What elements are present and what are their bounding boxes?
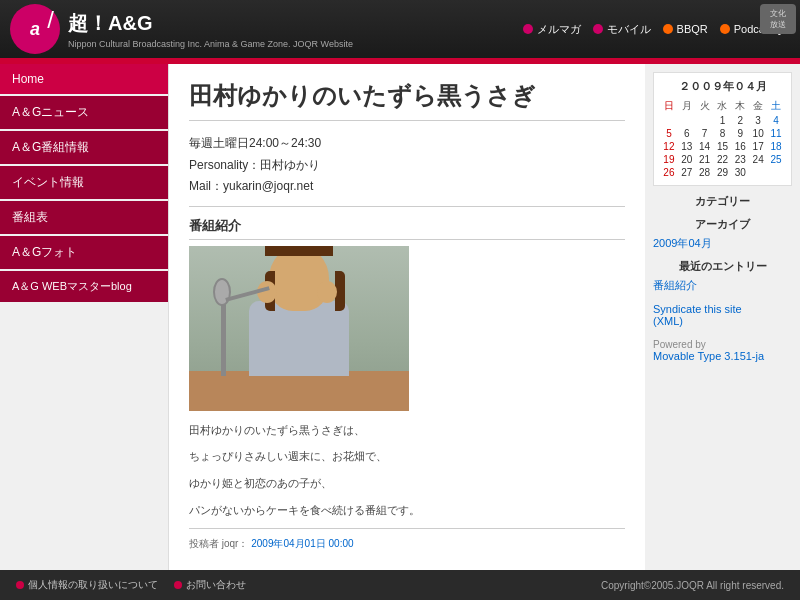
cal-day[interactable]: 8 (714, 127, 732, 140)
recent-entry-link[interactable]: 番組紹介 (653, 278, 792, 293)
sidebar-item-blog[interactable]: A＆G WEBマスターblog (0, 271, 168, 304)
calendar-week-1: 567891011 (660, 127, 785, 140)
cal-day[interactable]: 28 (696, 166, 714, 179)
syndicate-link[interactable]: Syndicate this site (XML) (653, 303, 742, 327)
program-image (189, 246, 409, 411)
sidebar: Home A＆Gニュース A＆G番組情報 イベント情報 番組表 A＆Gフォト A… (0, 64, 168, 570)
cal-day[interactable]: 10 (749, 127, 767, 140)
logo-subtitle: Nippon Cultural Broadcasting Inc. Anima … (68, 39, 353, 49)
cal-day[interactable]: 25 (767, 153, 785, 166)
calendar-widget: ２００９年０４月 日 月 火 水 木 金 土 12345678910111213… (653, 72, 792, 186)
right-sidebar: ２００９年０４月 日 月 火 水 木 金 土 12345678910111213… (645, 64, 800, 570)
cal-day[interactable]: 24 (749, 153, 767, 166)
cal-day[interactable]: 2 (731, 114, 749, 127)
cal-day[interactable]: 5 (660, 127, 678, 140)
cal-day[interactable]: 3 (749, 114, 767, 127)
sidebar-item-photo[interactable]: A＆Gフォト (0, 236, 168, 271)
header: a 超！A&G Nippon Cultural Broadcasting Inc… (0, 0, 800, 58)
footer-link-contact-label: お問い合わせ (186, 578, 246, 592)
cal-day[interactable]: 26 (660, 166, 678, 179)
footer-link-privacy-label: 個人情報の取り扱いについて (28, 578, 158, 592)
footer-link-privacy[interactable]: 個人情報の取り扱いについて (16, 578, 158, 592)
description-line4: パンがないからケーキを食べ続ける番組です。 (189, 501, 625, 520)
cal-day[interactable]: 4 (767, 114, 785, 127)
footer: 個人情報の取り扱いについて お問い合わせ Copyright©2005.JOQR… (0, 570, 800, 600)
footer-link-contact[interactable]: お問い合わせ (174, 578, 246, 592)
syndicate-section: Syndicate this site (XML) (653, 303, 792, 327)
post-date-link[interactable]: 2009年04月01日 00:00 (251, 538, 353, 549)
logo-title: 超！A&G (68, 12, 152, 34)
logo-icon: a (10, 4, 60, 54)
post-info: 投稿者 joqr： 2009年04月01日 00:00 (189, 537, 625, 551)
nav-dot-orange2 (720, 24, 730, 34)
cal-day[interactable]: 12 (660, 140, 678, 153)
footer-dot1 (16, 581, 24, 589)
divider2 (189, 528, 625, 529)
calendar-week-0: 1234 (660, 114, 785, 127)
cal-day[interactable]: 7 (696, 127, 714, 140)
cms-link[interactable]: Movable Type 3.151-ja (653, 350, 764, 362)
cal-day[interactable]: 13 (678, 140, 696, 153)
cal-day[interactable]: 29 (714, 166, 732, 179)
cal-th-tue: 火 (696, 98, 714, 114)
nav-mobile-label: モバイル (607, 22, 651, 37)
cal-th-sun: 日 (660, 98, 678, 114)
sidebar-item-home[interactable]: Home (0, 64, 168, 96)
cal-day[interactable]: 1 (714, 114, 732, 127)
powered-by: Powered by Movable Type 3.151-ja (653, 339, 792, 362)
cal-day[interactable]: 18 (767, 140, 785, 153)
calendar-week-4: 2627282930 (660, 166, 785, 179)
syndicate-sub: (XML) (653, 315, 683, 327)
cal-day (660, 114, 678, 127)
nav-dot-orange (663, 24, 673, 34)
footer-left: 個人情報の取り扱いについて お問い合わせ (16, 578, 246, 592)
logo-area: a 超！A&G Nippon Cultural Broadcasting Inc… (10, 4, 523, 54)
logo-text: 超！A&G Nippon Cultural Broadcasting Inc. … (68, 10, 353, 49)
cal-day[interactable]: 11 (767, 127, 785, 140)
cal-day[interactable]: 9 (731, 127, 749, 140)
mail: Mail：yukarin@joqr.net (189, 176, 625, 198)
cal-day[interactable]: 17 (749, 140, 767, 153)
cal-day[interactable]: 15 (714, 140, 732, 153)
cal-th-thu: 木 (731, 98, 749, 114)
nav-merumaga-label: メルマガ (537, 22, 581, 37)
cal-th-sat: 土 (767, 98, 785, 114)
sidebar-item-program[interactable]: A＆G番組情報 (0, 131, 168, 166)
nav-mobile[interactable]: モバイル (593, 22, 651, 37)
nav-merumaga[interactable]: メルマガ (523, 22, 581, 37)
archive-link[interactable]: 2009年04月 (653, 236, 792, 251)
broadcast-time: 毎週土曜日24:00～24:30 (189, 133, 625, 155)
nav-dot-pink2 (593, 24, 603, 34)
cal-th-wed: 水 (714, 98, 732, 114)
cal-day[interactable]: 6 (678, 127, 696, 140)
cal-day[interactable]: 14 (696, 140, 714, 153)
cal-day[interactable]: 22 (714, 153, 732, 166)
cal-day[interactable]: 23 (731, 153, 749, 166)
sidebar-item-timetable[interactable]: 番組表 (0, 201, 168, 236)
nav-bbqr[interactable]: BBQR (663, 23, 708, 35)
program-image-inner (189, 246, 409, 411)
nav-bbqr-label: BBQR (677, 23, 708, 35)
nav-dot-pink (523, 24, 533, 34)
category-label: カテゴリー (653, 194, 792, 209)
cal-day[interactable]: 21 (696, 153, 714, 166)
top-badge: 文化放送 (760, 4, 796, 34)
cal-day[interactable]: 20 (678, 153, 696, 166)
footer-copyright: Copyright©2005.JOQR All right reserved. (601, 580, 784, 591)
cal-day[interactable]: 19 (660, 153, 678, 166)
calendar-table: 日 月 火 水 木 金 土 12345678910111213141516171… (660, 98, 785, 179)
cal-day[interactable]: 30 (731, 166, 749, 179)
cal-day (678, 114, 696, 127)
page-title: 田村ゆかりのいたずら黒うさぎ (189, 80, 625, 121)
sidebar-item-event[interactable]: イベント情報 (0, 166, 168, 201)
description-line2: ちょっぴりさみしい週末に、お花畑で、 (189, 447, 625, 466)
cal-day[interactable]: 16 (731, 140, 749, 153)
content-area: 田村ゆかりのいたずら黒うさぎ 毎週土曜日24:00～24:30 Personal… (168, 64, 645, 570)
cal-th-fri: 金 (749, 98, 767, 114)
cal-day[interactable]: 27 (678, 166, 696, 179)
cal-day (749, 166, 767, 179)
footer-dot2 (174, 581, 182, 589)
sidebar-item-news[interactable]: A＆Gニュース (0, 96, 168, 131)
syndicate-label: Syndicate this site (653, 303, 742, 315)
calendar-body: 1234567891011121314151617181920212223242… (660, 114, 785, 179)
